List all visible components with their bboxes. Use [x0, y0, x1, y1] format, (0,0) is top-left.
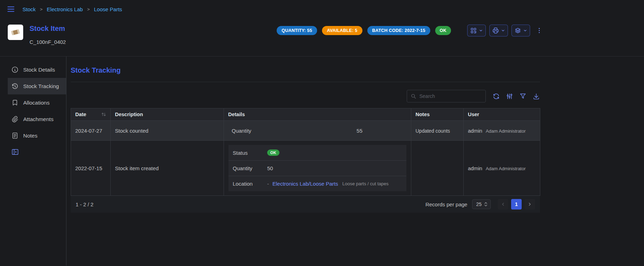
table-columns-button[interactable] — [506, 93, 513, 100]
sidebar-item-label: Attachments — [23, 116, 53, 122]
breadcrumb-separator: > — [40, 7, 43, 12]
notes-icon — [11, 132, 19, 139]
page-header: Stock Item C_100nF_0402 QUANTITY: 55 AVA… — [0, 18, 644, 56]
breadcrumb-link-electronics-lab[interactable]: Electronics Lab — [47, 6, 83, 12]
column-header-description[interactable]: Description — [111, 108, 224, 121]
page-1-button[interactable]: 1 — [511, 199, 522, 210]
date-cell: 2022-07-15 — [71, 141, 111, 196]
details-subtable: Status OK Quantity 50 Location - Electro… — [228, 145, 406, 191]
refresh-button[interactable] — [492, 93, 500, 100]
search-input[interactable] — [419, 93, 482, 99]
history-icon — [11, 82, 19, 90]
column-header-date[interactable]: Date — [71, 108, 111, 121]
printer-icon — [492, 27, 499, 34]
sidebar-item-stock-tracking[interactable]: Stock Tracking — [8, 78, 66, 94]
sidebar-item-allocations[interactable]: Allocations — [8, 94, 66, 111]
detail-row-status: Status OK — [228, 145, 406, 160]
next-page-button[interactable] — [524, 199, 535, 210]
main-panel: Stock Tracking — [71, 56, 540, 266]
sidebar-item-label: Stock Details — [23, 67, 55, 73]
records-per-page-label: Records per page — [425, 201, 467, 207]
refresh-icon — [492, 93, 500, 100]
pagination: 1 — [498, 199, 535, 210]
breadcrumb: Stock > Electronics Lab > Loose Parts — [22, 6, 122, 12]
stock-tracking-table: Date Description Details Notes User — [71, 108, 540, 196]
table-toolbar — [71, 90, 540, 102]
username: admin — [468, 128, 482, 134]
sidebar: Stock Details Stock Tracking Allocations — [8, 56, 66, 266]
collapse-sidebar-button[interactable] — [8, 148, 22, 156]
bookmark-icon — [11, 99, 19, 106]
chevron-right-icon — [527, 202, 532, 207]
collapse-sidebar-icon — [11, 148, 19, 156]
sidebar-item-attachments[interactable]: Attachments — [8, 111, 66, 127]
filter-button[interactable] — [519, 93, 527, 100]
breadcrumb-separator: > — [87, 7, 90, 12]
chevron-down-icon — [501, 28, 505, 33]
paperclip-icon — [11, 115, 19, 123]
chevron-down-icon — [523, 28, 527, 33]
chevron-left-icon — [501, 202, 505, 207]
title-block: Stock Item C_100nF_0402 — [30, 23, 66, 45]
breadcrumb-link-loose-parts[interactable]: Loose Parts — [94, 6, 122, 12]
available-badge: AVAILABLE: 5 — [322, 26, 362, 35]
notes-text: Updated counts — [416, 128, 450, 134]
sidebar-item-stock-details[interactable]: Stock Details — [8, 61, 66, 78]
qr-code-icon — [470, 27, 477, 34]
barcode-actions-button[interactable] — [467, 25, 486, 36]
stock-operations-icon — [514, 27, 521, 34]
detail-key: Location — [233, 181, 267, 187]
sidebar-item-label: Stock Tracking — [23, 83, 59, 89]
table-footer: 1 - 2 / 2 Records per page 25 1 — [71, 196, 540, 213]
sort-icon[interactable] — [101, 112, 106, 117]
more-options-button[interactable] — [536, 27, 543, 34]
date-cell: 2024-07-27 — [71, 121, 111, 141]
user-cell: admin Adam Administrator — [464, 121, 540, 141]
detail-key: Quantity — [233, 165, 267, 171]
detail-value: 50 — [267, 165, 273, 171]
details-cell: Status OK Quantity 50 Location - Electro… — [224, 141, 411, 196]
detail-row-quantity: Quantity 50 — [228, 160, 406, 176]
description-cell: Stock item created — [111, 141, 224, 196]
stock-operations-button[interactable] — [511, 25, 530, 36]
column-header-details[interactable]: Details — [224, 108, 411, 121]
notes-cell: Updated counts — [411, 121, 464, 141]
notes-cell — [411, 141, 464, 196]
breadcrumb-link-stock[interactable]: Stock — [22, 6, 36, 12]
location-link[interactable]: Electronics Lab/Loose Parts — [272, 181, 338, 187]
menu-icon[interactable] — [6, 5, 15, 14]
adjustments-icon — [506, 93, 513, 100]
detail-key: Quantity — [232, 128, 274, 134]
records-per-page-select[interactable]: 25 — [472, 199, 491, 209]
top-navigation-bar: Stock > Electronics Lab > Loose Parts — [0, 0, 644, 18]
status-badges: QUANTITY: 55 AVAILABLE: 5 BATCH CODE: 20… — [277, 26, 451, 35]
download-button[interactable] — [533, 93, 540, 100]
column-header-notes[interactable]: Notes — [411, 108, 464, 121]
header-action-buttons — [467, 25, 543, 36]
quantity-badge: QUANTITY: 55 — [277, 26, 317, 35]
user-full-name: Adam Administrator — [486, 128, 526, 134]
column-header-user[interactable]: User — [464, 108, 540, 121]
search-box[interactable] — [407, 90, 486, 102]
table-row: 2024-07-27 Stock counted Quantity 55 Upd… — [71, 121, 540, 141]
table-row: 2022-07-15 Stock item created Status OK … — [71, 141, 540, 196]
batch-code-badge: BATCH CODE: 2022-7-15 — [367, 26, 430, 35]
search-icon — [411, 93, 417, 99]
records-per-page-value: 25 — [476, 201, 482, 207]
dots-vertical-icon — [536, 27, 543, 34]
username: admin — [468, 165, 482, 171]
chevron-down-icon — [479, 28, 483, 33]
page-title: Stock Item — [30, 25, 66, 33]
details-cell: Quantity 55 — [224, 121, 411, 141]
column-header-label: Date — [75, 112, 86, 117]
stock-item-thumbnail[interactable] — [8, 25, 23, 40]
user-cell: admin Adam Administrator — [464, 141, 540, 196]
print-actions-button[interactable] — [489, 25, 508, 36]
sidebar-item-label: Allocations — [23, 100, 50, 106]
filter-icon — [519, 93, 527, 100]
previous-page-button[interactable] — [498, 199, 508, 210]
user-full-name: Adam Administrator — [486, 166, 526, 171]
location-description: Loose parts / cut tapes — [342, 181, 389, 186]
selector-icon — [484, 201, 488, 207]
sidebar-item-notes[interactable]: Notes — [8, 127, 66, 144]
